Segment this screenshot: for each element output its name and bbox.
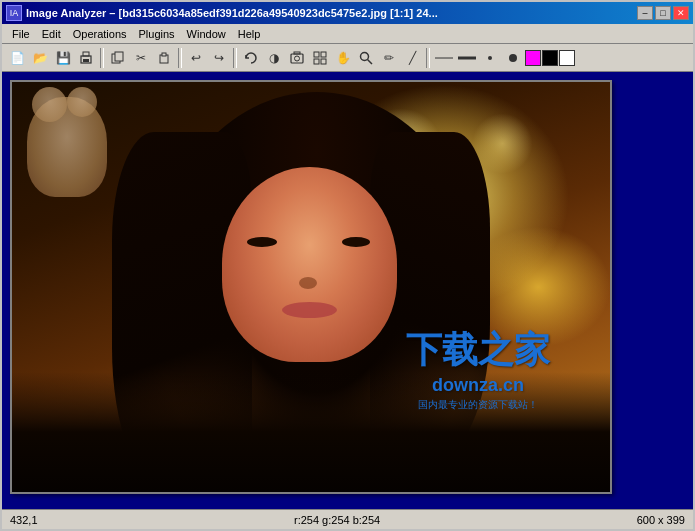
line-button[interactable]: ╱: [401, 47, 423, 69]
svg-point-19: [509, 54, 517, 62]
svg-rect-11: [321, 52, 326, 57]
window-controls: – □ ✕: [637, 6, 689, 20]
svg-point-18: [488, 56, 492, 60]
hand-button[interactable]: ✋: [332, 47, 354, 69]
title-bar: IA Image Analyzer – [bd315c6034a85edf391…: [2, 2, 693, 24]
menu-window[interactable]: Window: [181, 26, 232, 42]
svg-rect-4: [115, 52, 123, 61]
main-window: IA Image Analyzer – [bd315c6034a85edf391…: [0, 0, 695, 531]
undo-button[interactable]: ↩: [185, 47, 207, 69]
svg-rect-7: [291, 54, 303, 63]
color-pink-button[interactable]: [525, 50, 541, 66]
grid-button[interactable]: [309, 47, 331, 69]
svg-rect-8: [294, 52, 300, 54]
toolbar-separator-3: [233, 48, 237, 68]
pencil-button[interactable]: ✏: [378, 47, 400, 69]
paste-button[interactable]: [153, 47, 175, 69]
svg-point-14: [361, 52, 369, 60]
close-button[interactable]: ✕: [673, 6, 689, 20]
thin-line-button[interactable]: [433, 47, 455, 69]
capture-button[interactable]: [286, 47, 308, 69]
status-coords: 432,1: [10, 514, 38, 526]
menu-edit[interactable]: Edit: [36, 26, 67, 42]
svg-rect-6: [162, 53, 166, 56]
open-button[interactable]: 📂: [29, 47, 51, 69]
status-rgb: r:254 g:254 b:254: [294, 514, 380, 526]
toolbar-separator-2: [178, 48, 182, 68]
toolbar: 📄 📂 💾 ✂ ↩ ↪ ◑ ✋ ✏ ╱: [2, 44, 693, 72]
status-bar: 432,1 r:254 g:254 b:254 600 x 399: [2, 509, 693, 529]
color-black-button[interactable]: [542, 50, 558, 66]
image-canvas: 下载之家 downza.cn 国内最专业的资源下载站！: [12, 82, 610, 492]
svg-point-9: [295, 56, 300, 61]
svg-line-15: [368, 59, 373, 64]
toolbar-separator-4: [426, 48, 430, 68]
svg-rect-2: [83, 59, 89, 62]
dot-lg-button[interactable]: [502, 47, 524, 69]
save-button[interactable]: 💾: [52, 47, 74, 69]
main-area: 下载之家 downza.cn 国内最专业的资源下载站！ 432,1 r:254 …: [2, 72, 693, 529]
zoom-button[interactable]: [355, 47, 377, 69]
svg-rect-12: [314, 59, 319, 64]
thick-line-button[interactable]: [456, 47, 478, 69]
image-frame: 下载之家 downza.cn 国内最专业的资源下载站！: [10, 80, 612, 494]
app-icon: IA: [6, 5, 22, 21]
svg-rect-10: [314, 52, 319, 57]
color-white-button[interactable]: [559, 50, 575, 66]
canvas-area: 下载之家 downza.cn 国内最专业的资源下载站！: [2, 72, 693, 509]
window-title: Image Analyzer – [bd315c6034a85edf391d22…: [26, 7, 637, 19]
menu-operations[interactable]: Operations: [67, 26, 133, 42]
redo-button[interactable]: ↪: [208, 47, 230, 69]
svg-rect-13: [321, 59, 326, 64]
menu-bar: File Edit Operations Plugins Window Help: [2, 24, 693, 44]
maximize-button[interactable]: □: [655, 6, 671, 20]
status-dimensions: 600 x 399: [637, 514, 685, 526]
menu-plugins[interactable]: Plugins: [133, 26, 181, 42]
minimize-button[interactable]: –: [637, 6, 653, 20]
cut-button[interactable]: ✂: [130, 47, 152, 69]
copy-button[interactable]: [107, 47, 129, 69]
menu-file[interactable]: File: [6, 26, 36, 42]
toolbar-separator-1: [100, 48, 104, 68]
print-button[interactable]: [75, 47, 97, 69]
brightness-button[interactable]: ◑: [263, 47, 285, 69]
menu-help[interactable]: Help: [232, 26, 267, 42]
rotate-button[interactable]: [240, 47, 262, 69]
new-button[interactable]: 📄: [6, 47, 28, 69]
dot-sm-button[interactable]: [479, 47, 501, 69]
